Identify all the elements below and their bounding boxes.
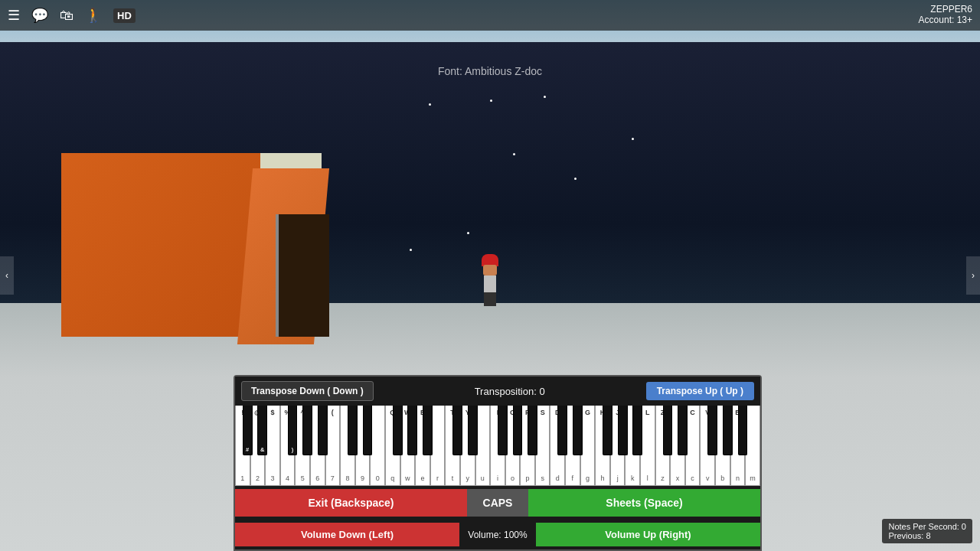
- white-key-21[interactable]: Dd: [550, 406, 565, 486]
- white-key-bottom-label: b: [720, 474, 724, 482]
- white-key-23[interactable]: Gg: [580, 406, 596, 486]
- white-key-bottom-label: m: [750, 474, 756, 482]
- bag-icon[interactable]: 🛍: [60, 8, 74, 24]
- white-key-22[interactable]: f: [565, 406, 580, 486]
- white-key-33[interactable]: Bn: [730, 406, 746, 486]
- white-key-bottom-label: z: [661, 474, 665, 482]
- white-key-12[interactable]: Ee: [415, 406, 430, 486]
- top-bar: ☰ 💬 🛍 🚶 HD: [0, 0, 980, 31]
- white-key-13[interactable]: r: [430, 406, 446, 486]
- white-key-bottom-label: i: [497, 474, 498, 482]
- char-legs: [484, 292, 496, 306]
- notes-info: Notes Per Second: 0 Previous: 8: [882, 519, 972, 543]
- white-key-bottom-label: 3: [270, 474, 274, 482]
- white-key-top-label: $: [270, 409, 274, 416]
- white-key-bottom-label: r: [436, 474, 439, 482]
- star: [429, 103, 431, 106]
- white-key-18[interactable]: Oo: [505, 406, 521, 486]
- white-key-0[interactable]: !1: [235, 406, 250, 486]
- white-key-19[interactable]: Pp: [520, 406, 535, 486]
- white-key-top-label: S: [541, 409, 545, 416]
- white-key-31[interactable]: Vv: [700, 406, 715, 486]
- white-key-20[interactable]: Ss: [535, 406, 550, 486]
- white-key-bottom-label: q: [390, 474, 394, 482]
- white-key-top-label: W: [404, 409, 411, 416]
- white-key-top-label: L: [645, 409, 650, 416]
- white-key-29[interactable]: x: [670, 406, 685, 486]
- person-icon[interactable]: 🚶: [85, 7, 102, 24]
- white-key-top-label: C: [690, 409, 695, 416]
- star: [513, 153, 515, 155]
- white-key-34[interactable]: m: [745, 406, 760, 486]
- white-key-25[interactable]: Jj: [610, 406, 626, 486]
- white-key-14[interactable]: Tt: [445, 406, 460, 486]
- white-key-top-label: B: [735, 409, 740, 416]
- sheets-button[interactable]: Sheets (Space): [528, 489, 760, 517]
- white-key-bottom-label: x: [676, 474, 680, 482]
- volume-up-button[interactable]: Volume Up (Right): [536, 523, 760, 546]
- white-key-top-label: O: [510, 409, 515, 416]
- player-character: [475, 253, 505, 306]
- white-key-24[interactable]: Hh: [595, 406, 610, 486]
- white-key-6[interactable]: (7: [325, 406, 341, 486]
- white-key-2[interactable]: $3: [265, 406, 280, 486]
- white-key-bottom-label: 9: [361, 474, 364, 482]
- white-key-top-label: %: [285, 409, 291, 416]
- white-key-top-label: G: [585, 409, 590, 416]
- white-key-top-label: @: [254, 409, 261, 416]
- white-key-4[interactable]: ^5: [295, 406, 310, 486]
- white-key-11[interactable]: Ww: [400, 406, 416, 486]
- white-key-16[interactable]: u: [475, 406, 491, 486]
- volume-label: Volume: 100%: [459, 530, 536, 540]
- white-key-3[interactable]: %4: [280, 406, 296, 486]
- white-key-bottom-label: c: [691, 474, 694, 482]
- caps-button[interactable]: CAPS: [467, 489, 528, 517]
- white-key-bottom-label: 0: [376, 474, 380, 482]
- white-key-top-label: J: [616, 409, 619, 416]
- left-arrow[interactable]: ‹: [0, 256, 14, 295]
- volume-down-button[interactable]: Volume Down (Left): [235, 523, 459, 546]
- white-key-26[interactable]: k: [625, 406, 640, 486]
- white-key-top-label: V: [705, 409, 710, 416]
- white-key-bottom-label: w: [405, 474, 410, 482]
- white-key-9[interactable]: 0: [370, 406, 385, 486]
- white-key-10[interactable]: Qq: [385, 406, 400, 486]
- white-key-17[interactable]: Ii: [490, 406, 505, 486]
- transpose-down-button[interactable]: Transpose Down ( Down ): [241, 381, 374, 401]
- white-key-bottom-label: j: [617, 474, 619, 482]
- white-key-bottom-label: 5: [301, 474, 305, 482]
- white-key-30[interactable]: Cc: [685, 406, 701, 486]
- account-label: Account: 13+: [919, 15, 972, 25]
- white-key-bottom-label: d: [556, 474, 560, 482]
- white-key-27[interactable]: Ll: [640, 406, 655, 486]
- game-world: Font: Ambitious Z-doc ☰ 💬 🛍 🚶 HD ZEPPER6…: [0, 0, 980, 551]
- star: [410, 249, 412, 251]
- white-key-bottom-label: k: [631, 474, 635, 482]
- char-head: [483, 265, 497, 276]
- white-key-5[interactable]: 6: [310, 406, 325, 486]
- right-arrow[interactable]: ›: [966, 256, 980, 295]
- white-key-bottom-label: 1: [240, 474, 244, 482]
- star: [574, 178, 577, 180]
- white-key-top-label: Y: [466, 409, 470, 416]
- white-key-top-label: H: [600, 409, 606, 416]
- char-body: [484, 276, 496, 292]
- white-key-32[interactable]: b: [715, 406, 730, 486]
- white-key-bottom-label: u: [481, 474, 485, 482]
- chat-icon[interactable]: 💬: [31, 7, 48, 24]
- white-key-15[interactable]: Yy: [460, 406, 475, 486]
- white-key-8[interactable]: 9: [355, 406, 371, 486]
- transpose-up-button[interactable]: Transpose Up ( Up ): [646, 382, 754, 400]
- star: [632, 138, 634, 140]
- menu-icon[interactable]: ☰: [8, 7, 20, 24]
- piano-controls-row: Exit (Backspace) CAPS Sheets (Space): [235, 486, 760, 520]
- white-key-7[interactable]: 8: [340, 406, 355, 486]
- white-key-1[interactable]: @2: [250, 406, 266, 486]
- exit-button[interactable]: Exit (Backspace): [235, 489, 467, 517]
- username: ZEPPER6: [919, 4, 972, 15]
- white-key-bottom-label: e: [420, 474, 424, 482]
- white-key-bottom-label: h: [601, 474, 605, 482]
- white-key-28[interactable]: Zz: [655, 406, 671, 486]
- white-key-top-label: Z: [661, 409, 665, 416]
- star: [490, 99, 492, 102]
